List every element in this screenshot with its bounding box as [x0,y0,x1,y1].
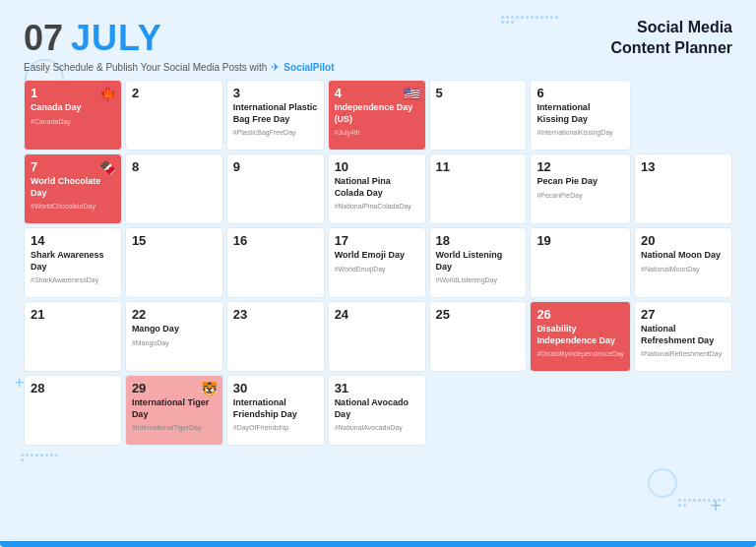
event-name: Mango Day [132,324,217,335]
calendar-cell[interactable]: 26Disability Independence Day#Disability… [530,301,631,372]
hashtag: #PecanPieDay [536,192,624,199]
brand-icon: ✈ [271,61,280,74]
day-number: 23 [233,307,318,322]
calendar-cell[interactable]: 11 [429,153,528,224]
calendar-cell[interactable]: 8 [125,153,223,224]
brand-name: SocialPilot [284,62,334,73]
hashtag: #InternationalKissingDay [536,129,624,136]
hashtag: #NationalPinaColadaDay [335,203,419,210]
event-name: National Pina Colada Day [335,176,419,199]
calendar-cell[interactable]: 28 [24,375,122,446]
calendar-cell[interactable]: 2 [125,80,223,151]
day-number: 28 [31,381,115,395]
day-number: 3 [233,86,318,100]
calendar-cell[interactable]: 30International Friendship Day#DayOfFrie… [226,375,325,446]
day-number: 17 [335,233,419,248]
event-name: Shark Awareness Day [31,250,115,273]
header: 07 JULY Easily Schedule & Publish Your S… [24,18,732,74]
calendar-cell[interactable]: 14Shark Awareness Day#SharkAwarenessDay [24,227,122,298]
calendar-cell[interactable] [530,375,631,446]
month-number: 07 [24,18,63,59]
hashtag: #NationalMoonDay [641,266,725,273]
header-left: 07 JULY Easily Schedule & Publish Your S… [24,18,334,74]
calendar-cell[interactable]: 20National Moon Day#NationalMoonDay [634,227,732,298]
calendar-cell[interactable]: 5 [429,80,528,151]
calendar-cell[interactable] [634,80,732,151]
calendar-cell[interactable]: 24 [328,301,426,372]
page-container: 07 JULY Easily Schedule & Publish Your S… [0,0,756,456]
day-number: 21 [31,307,115,322]
event-name: Pecan Pie Day [536,176,624,188]
event-name: International Tiger Day [132,397,217,420]
calendar-cell[interactable]: 🐯29International Tiger Day#International… [125,375,223,446]
bottom-bar [0,541,756,547]
calendar-grid: 🍁1Canada Day#CanadaDay23International Pl… [24,80,732,446]
calendar-cell[interactable]: 25 [429,301,528,372]
calendar-cell[interactable]: 6International Kissing Day#International… [530,80,631,151]
day-number: 25 [436,307,521,322]
calendar-cell[interactable] [634,375,732,446]
hashtag: #WorldListeningDay [436,276,521,283]
calendar-cell[interactable]: 22Mango Day#MangoDay [125,301,223,372]
subtitle: Easily Schedule & Publish Your Social Me… [24,61,334,74]
day-number: 16 [233,233,318,248]
cell-icon: 🐯 [201,381,218,396]
calendar-cell[interactable]: 18World Listening Day#WorldListeningDay [429,227,528,298]
hashtag: #WorldEmojiDay [335,266,419,273]
hashtag: #InternationalTigerDay [132,424,217,431]
hashtag: #NationalAvocadoDay [335,424,419,431]
cell-icon: 🇺🇸 [404,86,420,101]
calendar-cell[interactable]: 19 [530,227,631,298]
day-number: 20 [641,233,725,248]
day-number: 5 [436,86,521,100]
day-number: 12 [536,159,624,174]
event-name: National Avocado Day [335,397,419,420]
hashtag: #MangoDay [132,339,217,346]
calendar-cell[interactable]: 🍫7World Chocolate Day#WorldChocolateDay [24,153,122,224]
header-right: Social Media Content Planner [610,18,732,59]
subtitle-text: Easily Schedule & Publish Your Social Me… [24,62,267,73]
event-name: World Emoji Day [335,250,419,262]
day-number: 22 [132,307,217,322]
day-number: 10 [335,159,419,174]
hashtag: #WorldChocolateDay [31,203,115,210]
calendar-cell[interactable]: 3International Plastic Bag Free Day#Plas… [226,80,325,151]
day-number: 2 [132,86,217,100]
cell-icon: 🍫 [99,159,116,175]
day-number: 24 [335,307,419,322]
calendar-cell[interactable]: 🇺🇸4Independence Day (US)#July4th [328,80,426,151]
day-number: 30 [233,381,318,395]
event-name: World Listening Day [436,250,521,273]
day-number: 27 [641,307,725,322]
cell-icon: 🍁 [99,86,116,101]
calendar-cell[interactable]: 9 [226,153,325,224]
day-number: 31 [335,381,419,395]
hashtag: #DayOfFriendship [233,424,318,431]
calendar-cell[interactable]: 15 [125,227,223,298]
day-number: 15 [132,233,217,248]
hashtag: #CanadaDay [31,118,115,125]
day-number: 6 [536,86,624,100]
event-name: International Kissing Day [536,102,624,125]
calendar-cell[interactable]: 🍁1Canada Day#CanadaDay [24,80,122,151]
calendar-cell[interactable]: 23 [226,301,325,372]
day-number: 26 [536,307,624,322]
calendar-cell[interactable]: 27National Refreshment Day#NationalRefre… [634,301,732,372]
calendar-cell[interactable]: 16 [226,227,325,298]
calendar-cell[interactable]: 10National Pina Colada Day#NationalPinaC… [328,153,426,224]
planner-title: Social Media Content Planner [610,18,732,59]
event-name: National Moon Day [641,250,725,262]
calendar-cell[interactable]: 13 [634,153,732,224]
calendar-cell[interactable]: 17World Emoji Day#WorldEmojiDay [328,227,426,298]
hashtag: #DisabilityIndependenceDay [536,350,624,357]
day-number: 13 [641,159,725,174]
calendar-cell[interactable]: 21 [24,301,122,372]
calendar-cell[interactable]: 12Pecan Pie Day#PecanPieDay [530,153,631,224]
event-name: International Friendship Day [233,397,318,420]
hashtag: #NationalRefreshmentDay [641,350,725,357]
day-number: 8 [132,159,217,174]
month-line: 07 JULY [24,18,334,59]
calendar-cell[interactable]: 31National Avocado Day#NationalAvocadoDa… [328,375,426,446]
calendar-cell[interactable] [429,375,528,446]
event-name: World Chocolate Day [31,176,115,199]
